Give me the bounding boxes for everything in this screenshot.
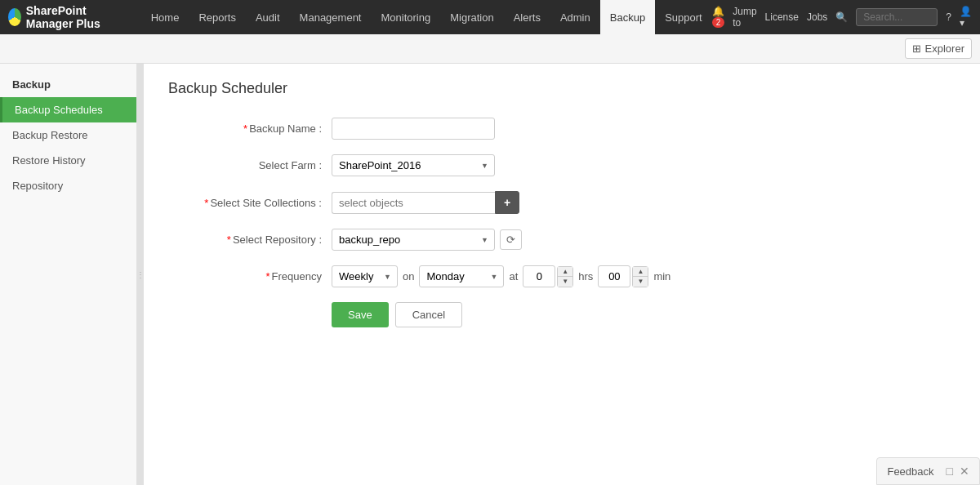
select-site-collections-row: *Select Site Collections : + [168,191,740,214]
backup-name-row: *Backup Name : [168,118,740,140]
hours-input[interactable] [523,265,555,287]
user-menu-icon[interactable]: 👤▾ [960,6,972,29]
select-farm-row: Select Farm : SharePoint_2016 [168,154,740,176]
hours-down-button[interactable]: ▼ [558,277,572,287]
hours-up-button[interactable]: ▲ [558,267,572,277]
jobs-btn[interactable]: Jobs [807,11,827,23]
explorer-label: Explorer [925,42,964,55]
nav-monitoring[interactable]: Monitoring [371,0,440,34]
select-site-collections-label: *Select Site Collections : [168,197,332,209]
refresh-repository-button[interactable]: ⟳ [500,229,522,250]
nav-management[interactable]: Management [290,0,372,34]
add-site-collections-button[interactable]: + [495,191,519,214]
hrs-label: hrs [578,270,593,283]
backup-name-input[interactable] [332,118,495,140]
repository-wrapper: backup_repo ⟳ [332,229,522,251]
frequency-label: *Frequency [168,270,332,283]
select-farm-label: Select Farm : [168,159,332,171]
notification-icon[interactable]: 🔔2 [712,6,725,29]
select-repository-label: *Select Repository : [168,234,332,246]
frequency-wrapper: Weekly Daily Monthly on Monday Tuesday W… [332,265,670,287]
cancel-button[interactable]: Cancel [395,302,462,327]
required-star: * [243,122,247,135]
feedback-minimize-button[interactable]: □ [947,465,953,478]
backup-scheduler-form: *Backup Name : Select Farm : SharePoint_… [168,118,740,327]
hours-spinner: ▲ ▼ [557,266,573,287]
jump-to-btn[interactable]: Jump to [733,6,756,29]
on-label: on [403,270,414,283]
top-navigation: SharePoint Manager Plus Home Reports Aud… [0,0,980,34]
main-content: Backup Scheduler *Backup Name : Select F… [144,64,980,485]
nav-links: Home Reports Audit Management Monitoring… [141,0,712,34]
nav-reports[interactable]: Reports [189,0,246,34]
nav-alerts[interactable]: Alerts [504,0,550,34]
minutes-spinner: ▲ ▼ [632,266,648,287]
logo-icon [8,8,21,26]
top-right-actions: 🔔2 Jump to License Jobs 🔍 ? 👤▾ [712,6,972,29]
search-icon: 🔍 [835,11,848,23]
feedback-icons: □ ✕ [947,465,969,478]
nav-home[interactable]: Home [141,0,189,34]
app-name: SharePoint Manager Plus [26,4,125,30]
select-repository-row: *Select Repository : backup_repo ⟳ [168,229,740,251]
sidebar: Backup Backup Schedules Backup Restore R… [0,64,137,485]
sidebar-item-repository[interactable]: Repository [0,173,136,198]
required-star-2: * [204,197,208,209]
feedback-label: Feedback [887,465,933,478]
select-farm-container: SharePoint_2016 [332,154,495,176]
select-farm-dropdown[interactable]: SharePoint_2016 [332,154,495,176]
nav-migration[interactable]: Migration [440,0,503,34]
sidebar-title: Backup [0,72,136,97]
frequency-select-container: Weekly Daily Monthly [332,265,398,287]
nav-backup[interactable]: Backup [600,0,655,34]
logo-area: SharePoint Manager Plus [8,4,125,30]
notification-count: 2 [712,17,725,28]
required-star-4: * [266,270,270,283]
sidebar-item-backup-restore[interactable]: Backup Restore [0,122,136,148]
hours-group: ▲ ▼ [523,265,573,287]
at-label: at [509,270,518,283]
explorer-icon: ⊞ [912,42,921,55]
minutes-down-button[interactable]: ▼ [633,277,648,287]
site-collections-input[interactable] [332,192,495,214]
nav-audit[interactable]: Audit [246,0,290,34]
day-select-container: Monday Tuesday Wednesday Thursday Friday… [419,265,504,287]
sidebar-item-backup-schedules[interactable]: Backup Schedules [0,97,136,122]
search-input[interactable] [856,8,938,26]
select-repository-container: backup_repo [332,229,495,251]
feedback-close-button[interactable]: ✕ [960,465,969,478]
site-collections-wrapper: + [332,191,519,214]
select-repository-dropdown[interactable]: backup_repo [332,229,495,251]
minutes-up-button[interactable]: ▲ [633,267,648,277]
min-label: min [653,270,670,283]
second-nav: ⊞ Explorer [0,34,980,64]
minutes-input[interactable] [598,265,630,287]
save-button[interactable]: Save [332,302,389,327]
form-buttons: Save Cancel [168,302,740,327]
feedback-bar: Feedback □ ✕ [876,457,980,485]
minutes-group: ▲ ▼ [598,265,648,287]
sidebar-item-restore-history[interactable]: Restore History [0,148,136,173]
help-icon[interactable]: ? [946,11,951,23]
explorer-button[interactable]: ⊞ Explorer [905,38,972,59]
main-layout: Backup Backup Schedules Backup Restore R… [0,64,980,485]
frequency-dropdown[interactable]: Weekly Daily Monthly [332,265,398,287]
backup-name-label: *Backup Name : [168,122,332,135]
nav-support[interactable]: Support [655,0,712,34]
day-dropdown[interactable]: Monday Tuesday Wednesday Thursday Friday… [419,265,504,287]
license-btn[interactable]: License [765,11,799,23]
frequency-row: *Frequency Weekly Daily Monthly on Monda… [168,265,740,287]
required-star-3: * [227,234,231,246]
sidebar-splitter[interactable]: ⋮ [137,64,144,485]
page-title: Backup Scheduler [168,80,956,97]
nav-admin[interactable]: Admin [550,0,600,34]
